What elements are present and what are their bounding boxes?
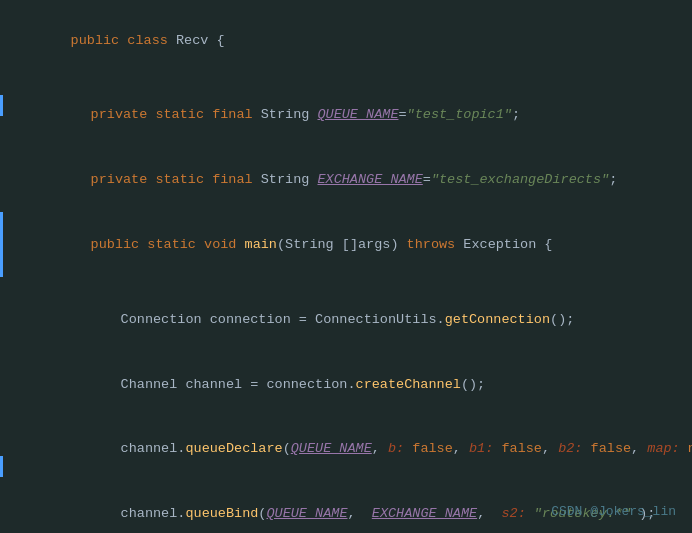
code-line-4: private static final String EXCHANGE_NAM… — [0, 148, 692, 213]
left-bar-indicator — [0, 95, 3, 116]
code-line-1: public class Recv { — [0, 8, 692, 73]
watermark: CSDN @Jokers_lin — [551, 502, 676, 523]
left-bar-indicator-2 — [0, 456, 3, 477]
code-line-8: Channel channel = connection.createChann… — [0, 352, 692, 417]
code-editor: public class Recv { private static final… — [0, 0, 692, 533]
code-line-5: public static void main(String []args) t… — [0, 212, 692, 277]
class-name: Recv — [176, 33, 217, 48]
empty-line-2 — [0, 73, 692, 83]
left-indicator — [0, 212, 3, 277]
code-line-3: private static final String QUEUE_NAME="… — [0, 83, 692, 148]
empty-line-6 — [0, 277, 692, 287]
keyword-class: class — [127, 33, 176, 48]
code-line-7: Connection connection = ConnectionUtils.… — [0, 287, 692, 352]
keyword-public: public — [71, 33, 128, 48]
code-line-9: channel.queueDeclare(QUEUE_NAME, b: fals… — [0, 417, 692, 482]
